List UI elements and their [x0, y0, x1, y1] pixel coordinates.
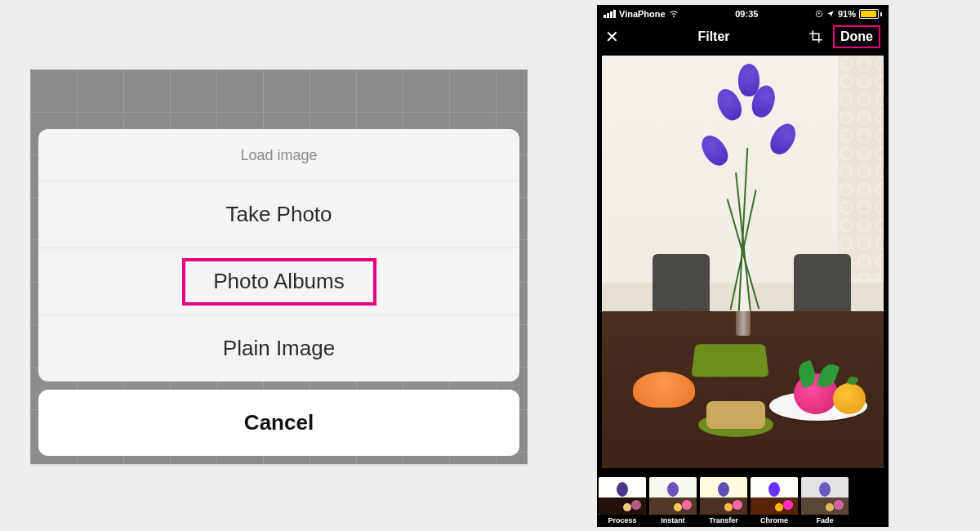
filter-thumb [599, 477, 646, 515]
action-sheet-container: Load image Take Photo Photo Albums Plain… [38, 129, 519, 456]
close-icon[interactable]: ✕ [605, 29, 619, 45]
compass-icon [815, 10, 823, 18]
photo-preview [597, 51, 889, 473]
photo-albums-button[interactable]: Photo Albums [38, 248, 519, 315]
battery-icon [859, 9, 882, 19]
done-button[interactable]: Done [833, 25, 880, 48]
action-sheet: Load image Take Photo Photo Albums Plain… [38, 129, 519, 382]
status-bar: VinaPhone 09:35 91% [597, 5, 889, 23]
filter-thumb [801, 477, 849, 515]
filter-thumb [649, 477, 697, 515]
wifi-icon [669, 9, 679, 19]
signal-icon [604, 10, 616, 18]
filter-navbar: ✕ Filter Done [597, 23, 889, 51]
status-time: 09:35 [735, 9, 758, 19]
filter-label: Instant [661, 516, 685, 524]
carrier-label: VinaPhone [619, 9, 666, 19]
filter-thumb [700, 477, 747, 515]
action-sheet-screenshot: Load image Take Photo Photo Albums Plain… [30, 69, 528, 464]
location-icon [826, 10, 835, 18]
filter-label: Fade [816, 516, 833, 524]
photo-albums-label: Photo Albums [213, 269, 344, 293]
filter-label: Transfer [709, 516, 738, 524]
cancel-button[interactable]: Cancel [38, 390, 519, 456]
filter-chrome[interactable]: Chrome [749, 473, 800, 527]
filter-label: Process [608, 516, 636, 524]
filter-strip[interactable]: Process Instant Transfer Chrome Fade [597, 473, 889, 527]
crop-icon[interactable] [808, 29, 823, 44]
filter-fade[interactable]: Fade [800, 473, 850, 527]
take-photo-button[interactable]: Take Photo [38, 181, 519, 248]
photo-preview-image [602, 56, 884, 468]
navbar-title: Filter [697, 29, 729, 44]
battery-percent: 91% [838, 9, 856, 19]
action-sheet-title: Load image [38, 129, 519, 181]
filter-process[interactable]: Process [597, 473, 648, 527]
filter-thumb [751, 477, 798, 515]
phone-filter-screenshot: VinaPhone 09:35 91% ✕ Filter Done [597, 5, 889, 527]
plain-image-button[interactable]: Plain Image [38, 315, 519, 382]
filter-transfer[interactable]: Transfer [698, 473, 749, 527]
filter-label: Chrome [760, 516, 788, 524]
filter-instant[interactable]: Instant [648, 473, 698, 527]
